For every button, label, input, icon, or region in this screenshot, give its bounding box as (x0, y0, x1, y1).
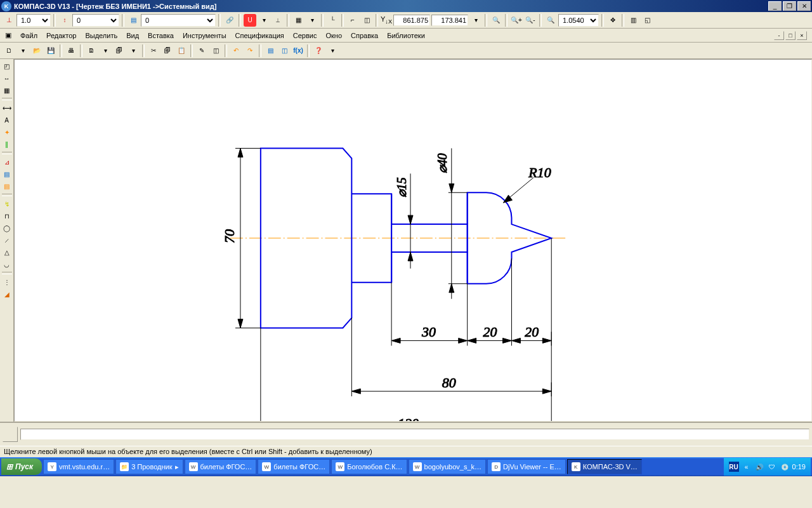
mdi-minimize[interactable]: - (774, 31, 784, 40)
menu-service[interactable]: Сервис (289, 30, 321, 41)
zoom-icon[interactable]: 🔍 (490, 14, 502, 27)
menu-tools[interactable]: Инструменты (179, 30, 230, 41)
taskbar-item[interactable]: DDjVu Viewer -- E… (487, 459, 566, 474)
mdi-close[interactable]: × (797, 31, 807, 40)
menu-spec[interactable]: Спецификация (232, 30, 288, 41)
refresh-icon[interactable]: ◱ (641, 14, 653, 27)
measure-icon[interactable]: ⊿ (1, 156, 13, 168)
layer-icon[interactable]: ▤ (127, 14, 140, 27)
tray-icon[interactable]: « (742, 462, 752, 472)
drawing-canvas[interactable]: 70 120 80 (14, 59, 812, 422)
paste-icon[interactable]: 📋 (175, 44, 188, 57)
open-icon[interactable]: 📂 (30, 44, 43, 57)
tree-icon[interactable]: ◫ (278, 44, 291, 57)
hatch-icon[interactable]: ▦ (1, 84, 13, 96)
coord-y[interactable]: 173.841 (431, 15, 468, 26)
taskbar-item[interactable]: Wбилеты ФГОС… (258, 459, 330, 474)
dropdown-icon[interactable]: ▾ (326, 44, 339, 57)
menu-insert[interactable]: Вставка (144, 30, 178, 41)
dim-icon[interactable]: ⟷ (1, 102, 13, 114)
tool7-icon[interactable]: ⋮ (1, 276, 13, 288)
lang-indicator[interactable]: RU (729, 462, 739, 472)
menu-help[interactable]: Справка (347, 30, 382, 41)
round-icon[interactable]: ◫ (360, 14, 373, 27)
new-icon[interactable]: 🗋 (3, 44, 15, 57)
zoom-window-icon[interactable]: 🔍 (544, 14, 557, 27)
ortho-icon[interactable]: ⌐ (346, 14, 359, 27)
layer-combo[interactable]: 0 (141, 14, 216, 27)
select-icon[interactable]: ◰ (1, 60, 13, 72)
menu-select[interactable]: Выделить (81, 30, 121, 41)
dropdown-icon[interactable]: ▾ (16, 44, 29, 57)
panel-button[interactable] (3, 427, 18, 442)
tool8-icon[interactable]: ◢ (1, 288, 13, 300)
scale-combo-1[interactable]: 1.0 (16, 14, 51, 27)
report-icon[interactable]: ▤ (1, 180, 13, 192)
doc-icon[interactable]: ▣ (5, 31, 11, 39)
zoom-out-icon[interactable]: 🔍- (524, 14, 537, 27)
tool1-icon[interactable]: ↯ (1, 198, 13, 210)
link-icon[interactable]: 🔗 (223, 14, 236, 27)
restore-button[interactable]: ❐ (783, 1, 796, 11)
tool6-icon[interactable]: ◡ (1, 258, 13, 270)
dropdown-icon[interactable]: ▾ (469, 14, 482, 27)
system-tray[interactable]: RU « 🔊 🛡 💿 0:19 (724, 458, 811, 476)
menu-editor[interactable]: Редактор (43, 30, 80, 41)
mdi-restore[interactable]: □ (785, 31, 796, 40)
menu-libraries[interactable]: Библиотеки (383, 30, 429, 41)
dimension-icon[interactable]: ⟂ (272, 14, 284, 27)
preview-icon[interactable]: 🗎 (85, 44, 98, 57)
taskbar-item[interactable]: Wbogolyubov_s_k… (409, 459, 487, 474)
tool2-icon[interactable]: ⊓ (1, 210, 13, 222)
copy-icon[interactable]: 🗐 (161, 44, 174, 57)
redraw-icon[interactable]: ▥ (627, 14, 639, 27)
grid-icon[interactable]: ▦ (292, 14, 304, 27)
dropdown-icon[interactable]: ▾ (306, 14, 318, 27)
step-icon[interactable]: ⊥ (3, 14, 15, 27)
taskbar-item-active[interactable]: KКОМПАС-3D V… (567, 459, 642, 474)
prop-icon[interactable]: ✎ (195, 44, 208, 57)
dropdown-icon[interactable]: ▾ (127, 44, 140, 57)
redo-icon[interactable]: ↷ (244, 44, 256, 57)
edit-icon[interactable]: ✦ (1, 126, 13, 138)
panel-input[interactable] (20, 429, 809, 440)
help-icon[interactable]: ❓ (312, 44, 325, 57)
angle-icon[interactable]: ↕ (58, 14, 71, 27)
dropdown-icon[interactable]: ▾ (99, 44, 112, 57)
minimize-button[interactable]: _ (768, 1, 782, 11)
zoom-combo[interactable]: 1.0540 (558, 14, 599, 27)
undo-icon[interactable]: ↶ (230, 44, 242, 57)
menu-view[interactable]: Вид (122, 30, 143, 41)
spec2-icon[interactable]: ▤ (1, 168, 13, 180)
clock[interactable]: 0:19 (792, 463, 806, 471)
tool5-icon[interactable]: △ (1, 246, 13, 258)
taskbar-item[interactable]: WБоголюбов С.К… (331, 459, 407, 474)
spec-icon[interactable]: 🗐 (113, 44, 126, 57)
text-icon[interactable]: A (1, 114, 13, 126)
cut-icon[interactable]: ✂ (147, 44, 160, 57)
vars-icon[interactable]: f(x) (292, 44, 304, 57)
menu-window[interactable]: Окно (322, 30, 346, 41)
manager-icon[interactable]: ▤ (264, 44, 277, 57)
save-icon[interactable]: 💾 (44, 44, 57, 57)
start-button[interactable]: ⊞Пуск (1, 458, 42, 475)
tray-icon[interactable]: 💿 (780, 462, 790, 472)
magnet-icon[interactable]: U (244, 14, 256, 27)
zoom-in-icon[interactable]: 🔍+ (510, 14, 523, 27)
line-icon[interactable]: ↔ (1, 72, 13, 84)
tool3-icon[interactable]: ◯ (1, 222, 13, 234)
taskbar-item[interactable]: 📁3 Проводник▸ (115, 459, 183, 474)
tool4-icon[interactable]: ⟋ (1, 234, 13, 246)
param-icon[interactable]: ‖ (1, 138, 13, 150)
copy-prop-icon[interactable]: ◫ (209, 44, 222, 57)
coord-x[interactable]: 861.875 (393, 15, 430, 26)
tray-icon[interactable]: 🛡 (767, 462, 777, 472)
dropdown-icon[interactable]: ▾ (258, 14, 270, 27)
taskbar-item[interactable]: Yvmt.vstu.edu.r… (43, 459, 114, 474)
tray-icon[interactable]: 🔊 (754, 462, 764, 472)
close-button[interactable]: ✕ (797, 1, 811, 11)
menu-file[interactable]: Файл (16, 30, 41, 41)
pan-icon[interactable]: ✥ (606, 14, 619, 27)
axis-icon[interactable]: └ (326, 14, 339, 27)
taskbar-item[interactable]: Wбилеты ФГОС… (185, 459, 257, 474)
